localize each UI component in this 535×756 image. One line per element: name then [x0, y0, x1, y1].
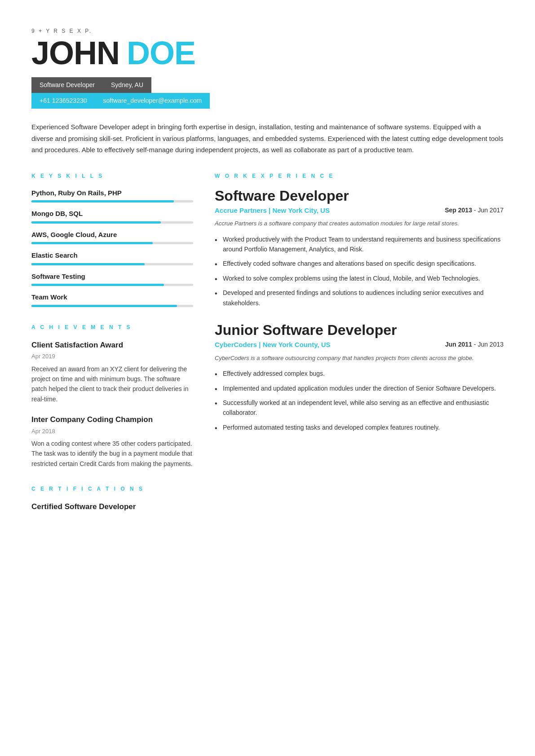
work-company: CyberCoders | New York County, US	[215, 340, 438, 350]
work-experience-section-title: W O R K E X P E R I E N C E	[215, 172, 504, 180]
email-chip: software_developer@example.com	[95, 93, 210, 109]
skill-bar-bg	[31, 242, 193, 244]
work-bullet: Successfully worked at an independent le…	[215, 398, 504, 418]
skill-item: AWS, Google Cloud, Azure	[31, 230, 193, 245]
skill-name: Mongo DB, SQL	[31, 209, 193, 219]
work-dates: Sep 2013 - Jun 2017	[445, 206, 504, 215]
work-company-desc: Accrue Partners is a software company th…	[215, 219, 504, 228]
work-item: Software Developer Accrue Partners | New…	[215, 188, 504, 308]
work-company-row: Accrue Partners | New York City, US Sep …	[215, 206, 504, 216]
achievement-title: Client Satisfaction Award	[31, 339, 193, 351]
cert-name: Certified Software Developer	[31, 501, 193, 513]
achievements-section-title: A C H I E V E M E N T S	[31, 323, 193, 331]
skill-bar-bg	[31, 284, 193, 286]
skill-item: Mongo DB, SQL	[31, 209, 193, 224]
work-job-title: Junior Software Developer	[215, 322, 504, 338]
achievement-desc: Won a coding contest where 35 other code…	[31, 439, 193, 469]
certifications-list: Certified Software Developer	[31, 501, 193, 513]
summary-text: Experienced Software Developer adept in …	[31, 121, 504, 156]
left-column: K E Y S K I L L S Python, Ruby On Rails,…	[31, 172, 193, 513]
title-chip: Software Developer	[31, 77, 103, 93]
achievements-list: Client Satisfaction Award Apr 2019 Recei…	[31, 339, 193, 469]
skill-name: Python, Ruby On Rails, PHP	[31, 188, 193, 198]
name-block: JOHN DOE	[31, 37, 504, 69]
last-name: DOE	[127, 37, 195, 69]
work-item: Junior Software Developer CyberCoders | …	[215, 322, 504, 432]
work-list: Software Developer Accrue Partners | New…	[215, 188, 504, 433]
work-bullets-list: Worked productively with the Product Tea…	[215, 234, 504, 308]
certifications-section-title: C E R T I F I C A T I O N S	[31, 485, 193, 493]
certifications-section: C E R T I F I C A T I O N S Certified So…	[31, 485, 193, 513]
skill-bar-fill	[31, 242, 153, 244]
work-bullet: Effectively coded software changes and a…	[215, 259, 504, 268]
achievement-desc: Received an award from an XYZ client for…	[31, 364, 193, 404]
right-column: W O R K E X P E R I E N C E Software Dev…	[215, 172, 504, 513]
exp-label: 9 + Y R S E X P.	[31, 27, 504, 35]
achievement-title: Inter Company Coding Champion	[31, 414, 193, 426]
contact-bar: Software Developer Sydney, AU +61 123652…	[31, 77, 504, 109]
skill-name: Software Testing	[31, 272, 193, 282]
skill-bar-fill	[31, 200, 174, 202]
skill-name: Team Work	[31, 292, 193, 303]
skill-bar-fill	[31, 305, 177, 307]
skills-section: K E Y S K I L L S Python, Ruby On Rails,…	[31, 172, 193, 307]
certification-item: Certified Software Developer	[31, 501, 193, 513]
skill-item: Python, Ruby On Rails, PHP	[31, 188, 193, 203]
work-company: Accrue Partners | New York City, US	[215, 206, 438, 216]
work-bullet: Worked to solve complex problems using t…	[215, 273, 504, 283]
first-name: JOHN	[31, 37, 119, 69]
skills-list: Python, Ruby On Rails, PHP Mongo DB, SQL…	[31, 188, 193, 307]
skill-name: AWS, Google Cloud, Azure	[31, 230, 193, 240]
phone-chip: +61 1236523230	[31, 93, 95, 109]
skill-bar-fill	[31, 263, 145, 265]
skill-bar-fill	[31, 221, 161, 224]
location-chip: Sydney, AU	[103, 77, 151, 93]
work-company-desc: CyberCoders is a software outsourcing co…	[215, 354, 504, 363]
skill-bar-bg	[31, 263, 193, 265]
work-bullet: Performed automated testing tasks and de…	[215, 422, 504, 432]
skill-bar-bg	[31, 305, 193, 307]
work-bullet: Implemented and updated application modu…	[215, 383, 504, 393]
work-bullet: Worked productively with the Product Tea…	[215, 234, 504, 255]
skills-section-title: K E Y S K I L L S	[31, 172, 193, 180]
work-company-row: CyberCoders | New York County, US Jun 20…	[215, 340, 504, 350]
skill-name: Elastic Search	[31, 251, 193, 261]
work-dates: Jun 2011 - Jun 2013	[445, 340, 504, 349]
achievement-date: Apr 2018	[31, 427, 193, 436]
work-job-title: Software Developer	[215, 188, 504, 204]
achievement-item: Client Satisfaction Award Apr 2019 Recei…	[31, 339, 193, 404]
achievement-item: Inter Company Coding Champion Apr 2018 W…	[31, 414, 193, 469]
skill-item: Elastic Search	[31, 251, 193, 265]
skill-bar-bg	[31, 221, 193, 224]
skill-bar-bg	[31, 200, 193, 202]
skill-item: Team Work	[31, 292, 193, 307]
achievements-section: A C H I E V E M E N T S Client Satisfact…	[31, 323, 193, 469]
skill-bar-fill	[31, 284, 164, 286]
skill-item: Software Testing	[31, 272, 193, 286]
achievement-date: Apr 2019	[31, 352, 193, 361]
work-bullet: Effectively addressed complex bugs.	[215, 369, 504, 378]
work-bullets-list: Effectively addressed complex bugs.Imple…	[215, 369, 504, 432]
work-bullet: Developed and presented findings and sol…	[215, 288, 504, 308]
